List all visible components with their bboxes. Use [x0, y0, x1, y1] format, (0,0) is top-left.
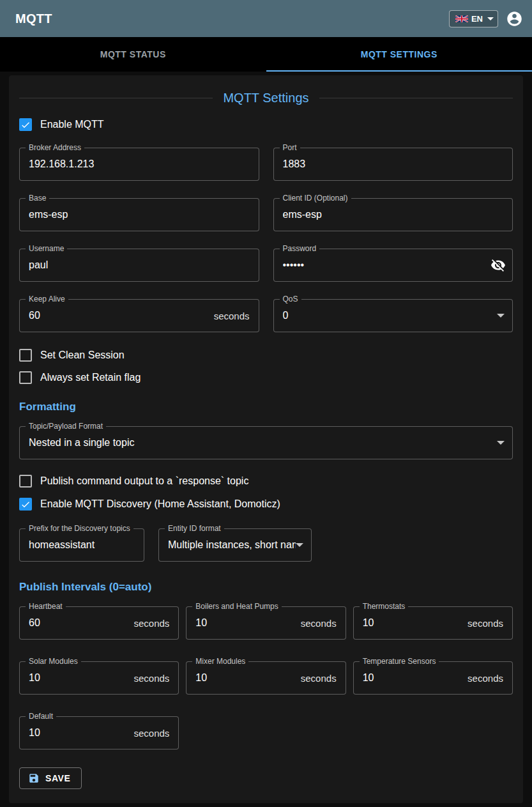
field-label: QoS: [280, 295, 301, 304]
field-label: Keep Alive: [26, 295, 68, 304]
field-label: Mixer Modules: [192, 657, 248, 666]
field-suffix: seconds: [214, 311, 250, 321]
default-interval-field[interactable]: Default 10 seconds: [19, 716, 179, 749]
interval-fields: Heartbeat 60 seconds Boilers and Heat Pu…: [19, 606, 513, 749]
field-label: Topic/Payload Format: [26, 422, 106, 431]
password-field[interactable]: Password ••••••: [273, 249, 513, 282]
checkbox-label: Always set Retain flag: [40, 372, 141, 383]
checkbox-retain-flag[interactable]: Always set Retain flag: [19, 371, 141, 384]
broker-address-field[interactable]: Broker Address 192.168.1.213: [19, 148, 259, 181]
divider-line: [319, 98, 513, 98]
field-value: ems-esp: [29, 209, 250, 220]
tab-mqtt-settings[interactable]: MQTT SETTINGS: [266, 37, 532, 72]
field-label: Base: [26, 194, 49, 203]
field-label: Entity ID format: [165, 524, 224, 533]
save-button-label: SAVE: [45, 773, 71, 783]
field-value: homeassistant: [29, 539, 135, 551]
field-label: Temperature Sensors: [360, 657, 439, 666]
qos-select[interactable]: QoS 0: [273, 299, 513, 332]
arrow-drop-down-icon: [296, 543, 303, 547]
field-value: 192.168.1.213: [29, 158, 250, 170]
publish-intervals-heading: Publish Intervals (0=auto): [19, 581, 513, 594]
checkbox-label: Set Clean Session: [40, 350, 125, 361]
field-label: Username: [26, 244, 67, 253]
field-value: 10: [363, 672, 462, 684]
port-field[interactable]: Port 1883: [273, 148, 513, 181]
chevron-down-icon: [487, 17, 494, 20]
language-selector[interactable]: EN: [449, 10, 498, 27]
field-value: ••••••: [283, 259, 491, 271]
appbar-actions: EN: [449, 10, 523, 27]
discovery-prefix-field[interactable]: Prefix for the Discovery topics homeassi…: [19, 528, 144, 562]
topic-format-select[interactable]: Topic/Payload Format Nested in a single …: [19, 426, 513, 459]
field-value: 0: [283, 310, 498, 321]
field-label: Boilers and Heat Pumps: [192, 602, 281, 611]
thermostats-interval-field[interactable]: Thermostats 10 seconds: [353, 606, 513, 640]
discovery-fields: Prefix for the Discovery topics homeassi…: [19, 528, 513, 562]
field-value: 10: [363, 617, 462, 629]
field-value: 10: [29, 727, 128, 739]
username-field[interactable]: Username paul: [19, 249, 259, 282]
tab-label: MQTT STATUS: [100, 49, 166, 59]
arrow-drop-down-icon: [497, 441, 505, 445]
save-button[interactable]: SAVE: [19, 767, 82, 789]
field-label: Prefix for the Discovery topics: [26, 524, 133, 533]
settings-card: MQTT Settings Enable MQTT Broker Address…: [9, 75, 523, 803]
heartbeat-interval-field[interactable]: Heartbeat 60 seconds: [19, 606, 179, 640]
mixer-interval-field[interactable]: Mixer Modules 10 seconds: [186, 661, 346, 695]
field-label: Heartbeat: [26, 602, 66, 611]
field-label: Default: [26, 712, 56, 721]
page-title: MQTT Settings: [213, 91, 319, 105]
formatting-heading: Formatting: [19, 401, 513, 413]
field-value: 10: [195, 617, 295, 629]
field-suffix: seconds: [467, 618, 503, 629]
tab-bar: MQTT STATUS MQTT SETTINGS: [0, 37, 532, 72]
checkbox-label: Enable MQTT Discovery (Home Assistant, D…: [40, 498, 280, 510]
save-icon: [28, 772, 40, 784]
field-value: 60: [29, 617, 128, 629]
field-suffix: seconds: [133, 673, 169, 684]
field-value: Multiple instances, short name: [168, 539, 296, 551]
checkbox-checked-icon: [19, 498, 32, 511]
field-value: 10: [29, 672, 128, 684]
temperature-interval-field[interactable]: Temperature Sensors 10 seconds: [353, 661, 513, 695]
checkbox-label: Enable MQTT: [40, 119, 104, 130]
page-title-divider: MQTT Settings: [19, 91, 513, 105]
field-label: Thermostats: [360, 602, 409, 611]
base-field[interactable]: Base ems-esp: [19, 198, 259, 231]
field-label: Password: [280, 244, 320, 253]
checkbox-enable-mqtt[interactable]: Enable MQTT: [19, 118, 104, 131]
solar-interval-field[interactable]: Solar Modules 10 seconds: [19, 661, 179, 695]
app-bar: MQTT EN: [0, 0, 532, 37]
checkbox-checked-icon: [19, 118, 32, 131]
keep-alive-field[interactable]: Keep Alive 60 seconds: [19, 299, 259, 332]
field-label: Broker Address: [26, 143, 84, 152]
checkbox-unchecked-icon: [19, 349, 32, 362]
connection-fields: Broker Address 192.168.1.213 Port 1883 B…: [19, 148, 513, 332]
field-label: Port: [280, 143, 300, 152]
boilers-interval-field[interactable]: Boilers and Heat Pumps 10 seconds: [186, 606, 346, 640]
account-button[interactable]: [506, 10, 523, 27]
field-suffix: seconds: [301, 673, 337, 684]
entity-id-format-select[interactable]: Entity ID format Multiple instances, sho…: [158, 528, 312, 562]
field-suffix: seconds: [301, 618, 337, 629]
tab-label: MQTT SETTINGS: [361, 49, 437, 59]
field-suffix: seconds: [467, 673, 503, 684]
arrow-drop-down-icon: [497, 314, 505, 318]
client-id-field[interactable]: Client ID (Optional) ems-esp: [273, 198, 513, 231]
field-label: Solar Modules: [26, 657, 81, 666]
account-circle-icon: [506, 10, 523, 27]
checkbox-unchecked-icon: [19, 371, 32, 384]
checkbox-unchecked-icon: [19, 475, 32, 488]
field-suffix: seconds: [133, 728, 169, 739]
checkbox-mqtt-discovery[interactable]: Enable MQTT Discovery (Home Assistant, D…: [19, 498, 280, 511]
checkbox-clean-session[interactable]: Set Clean Session: [19, 349, 125, 362]
tab-mqtt-status[interactable]: MQTT STATUS: [0, 37, 266, 72]
checkbox-label: Publish command output to a `response` t…: [40, 475, 248, 487]
app-title: MQTT: [15, 12, 52, 26]
field-value: Nested in a single topic: [29, 437, 497, 449]
check-icon: [20, 119, 31, 130]
field-value: 60: [29, 310, 209, 321]
checkbox-response-topic[interactable]: Publish command output to a `response` t…: [19, 475, 248, 488]
visibility-off-icon[interactable]: [490, 257, 506, 273]
